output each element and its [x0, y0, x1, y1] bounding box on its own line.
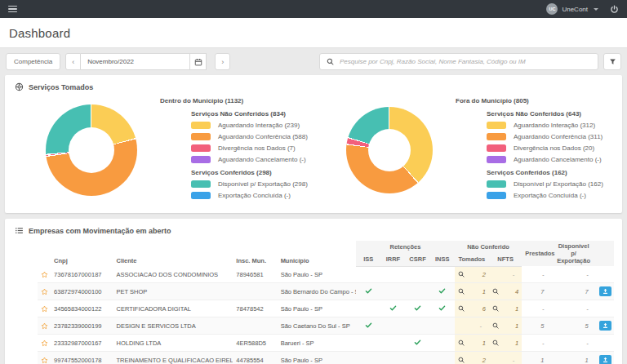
table-row[interactable]: 23782339000199DESIGN E SERVICOS LTDASão … — [38, 317, 614, 335]
filter-icon — [609, 58, 616, 65]
next-month-button[interactable]: › — [215, 53, 230, 70]
inspect-button[interactable] — [458, 340, 465, 346]
municipio-cell: São Caetano Do Sul - SP — [278, 317, 357, 335]
table-row[interactable]: 73678167000187ASSOCIACAO DOS CONDOMINIOS… — [38, 266, 614, 283]
insc-mun-cell: 4ER588D5 — [233, 335, 277, 352]
legend-group-label: Serviços Conferidos (298) — [191, 169, 308, 176]
inspect-button[interactable] — [458, 271, 465, 277]
insc-mun-cell — [233, 283, 277, 300]
legend-color-chip — [487, 122, 506, 129]
logout-button[interactable] — [610, 5, 619, 14]
servicos-tomados-card: Serviços Tomados Dentro do Município (11… — [5, 75, 622, 213]
municipio-cell: São Paulo - SP — [278, 352, 357, 364]
export-button[interactable] — [599, 286, 611, 296]
inspect-button[interactable] — [492, 322, 499, 329]
cell-value: 1 — [482, 340, 486, 347]
table-row[interactable]: 34565834000122CERTIFICADORA DIGITAL78478… — [38, 300, 614, 317]
retencao-cell — [380, 266, 405, 283]
favorite-button[interactable] — [41, 337, 48, 349]
companies-table: Cnpj Cliente Insc. Mun. Município Retenç… — [38, 241, 614, 364]
legend-item-label: Divergência nos Dados (20) — [514, 144, 594, 152]
favorite-button[interactable] — [41, 303, 48, 315]
inspect-button[interactable] — [492, 288, 499, 295]
legend-item[interactable]: Aguardando Conferência (588) — [191, 133, 308, 140]
nfts-cell: 1 — [489, 317, 522, 335]
legend-item-label: Aguardando Interação (239) — [218, 122, 300, 129]
cell-value: 1 — [515, 340, 518, 347]
export-button[interactable] — [599, 321, 611, 331]
username-label: UneCont — [562, 6, 588, 13]
municipio-cell: São Paulo - SP — [278, 266, 357, 283]
table-row[interactable]: 63872974000100PET SHOPSão Bernardo Do Ca… — [38, 283, 614, 300]
calendar-button[interactable] — [190, 53, 207, 70]
filter-bar: Competência ‹ › — [0, 48, 627, 75]
search-icon — [458, 305, 465, 312]
inspect-button[interactable] — [492, 340, 499, 346]
legend-color-chip — [191, 192, 211, 199]
search-input[interactable] — [340, 58, 591, 65]
legend-item[interactable]: Aguardando Conferência (311) — [487, 133, 603, 140]
export-icon — [602, 288, 609, 295]
table-row[interactable]: 99747552000178TREINAMENTO E QUALIFICACAO… — [38, 352, 614, 364]
menu-icon[interactable] — [8, 6, 17, 13]
prestados-cell: 7 — [522, 283, 551, 300]
legend-item[interactable]: Divergência nos Dados (7) — [191, 144, 308, 152]
favorite-button[interactable] — [41, 286, 48, 298]
legend-item[interactable]: Disponível p/ Exportação (162) — [487, 180, 603, 188]
donut-chart — [346, 107, 433, 193]
retencao-cell — [430, 283, 455, 300]
retencao-cell — [356, 283, 380, 300]
inspect-button[interactable] — [458, 357, 465, 363]
prestados-cell: - — [522, 335, 551, 352]
filter-button[interactable] — [603, 53, 621, 70]
star-icon — [41, 305, 48, 313]
legend-item[interactable]: Disponível p/ Exportação (298) — [191, 180, 308, 188]
favorite-button[interactable] — [41, 354, 48, 364]
retencao-cell — [356, 266, 380, 283]
legend-item-label: Disponível p/ Exportação (298) — [218, 180, 308, 188]
inspect-button[interactable] — [492, 305, 499, 312]
tomados-cell: 6 — [455, 300, 489, 317]
inss-column-header: INSS — [430, 253, 455, 266]
inspect-button[interactable] — [458, 305, 465, 312]
legend-color-chip — [487, 133, 506, 140]
export-cell — [596, 335, 614, 352]
cliente-cell: CERTIFICADORA DIGITAL — [113, 300, 233, 317]
inspect-button[interactable] — [458, 288, 465, 295]
irrf-column-header: IRRF — [380, 253, 405, 266]
table-row[interactable]: 23332987000167HOLDING LTDA4ER588D5Baruer… — [38, 335, 614, 352]
favorite-button[interactable] — [41, 269, 48, 281]
user-menu[interactable]: UC UneCont — [546, 3, 598, 15]
services-icon — [15, 82, 24, 91]
search-icon — [458, 340, 465, 346]
star-icon — [41, 271, 48, 278]
legend-item[interactable]: Exportação Concluída (-) — [487, 192, 603, 199]
legend-item[interactable]: Aguardando Cancelamento (-) — [191, 156, 308, 163]
previous-month-button[interactable]: ‹ — [65, 53, 81, 70]
legend-item[interactable]: Aguardando Cancelamento (-) — [487, 156, 603, 163]
retencao-cell — [430, 335, 455, 352]
tomados-cell: 1 — [455, 335, 489, 352]
disponivel-cell: 7 — [551, 283, 595, 300]
favorite-button[interactable] — [41, 320, 48, 332]
legend-item[interactable]: Aguardando Interação (312) — [487, 122, 603, 129]
legend-group-label: Serviços Não Conferidos (834) — [191, 110, 308, 118]
nfts-cell: - — [489, 352, 522, 364]
cliente-cell: DESIGN E SERVICOS LTDA — [113, 317, 233, 335]
chart-block: Dentro do Município (1132)Serviços Não C… — [8, 97, 318, 203]
legend-item[interactable]: Aguardando Interação (239) — [191, 122, 308, 129]
disponivel-cell: - — [551, 266, 595, 283]
csrf-column-header: CSRF — [405, 253, 429, 266]
retencao-cell — [380, 283, 405, 300]
legend-item-label: Aguardando Interação (312) — [514, 122, 595, 129]
retencao-cell — [356, 317, 380, 335]
competencia-input[interactable] — [81, 53, 190, 70]
retencao-cell — [356, 352, 380, 364]
legend-item-label: Aguardando Cancelamento (-) — [218, 156, 306, 163]
chart-legend: Dentro do Município (1132)Serviços Não C… — [160, 97, 308, 203]
legend-item[interactable]: Exportação Concluída (-) — [191, 192, 308, 199]
nfts-cell: 4 — [489, 283, 522, 300]
legend-item-label: Exportação Concluída (-) — [514, 192, 586, 199]
legend-item[interactable]: Divergência nos Dados (20) — [487, 144, 603, 152]
export-button[interactable] — [599, 355, 611, 364]
